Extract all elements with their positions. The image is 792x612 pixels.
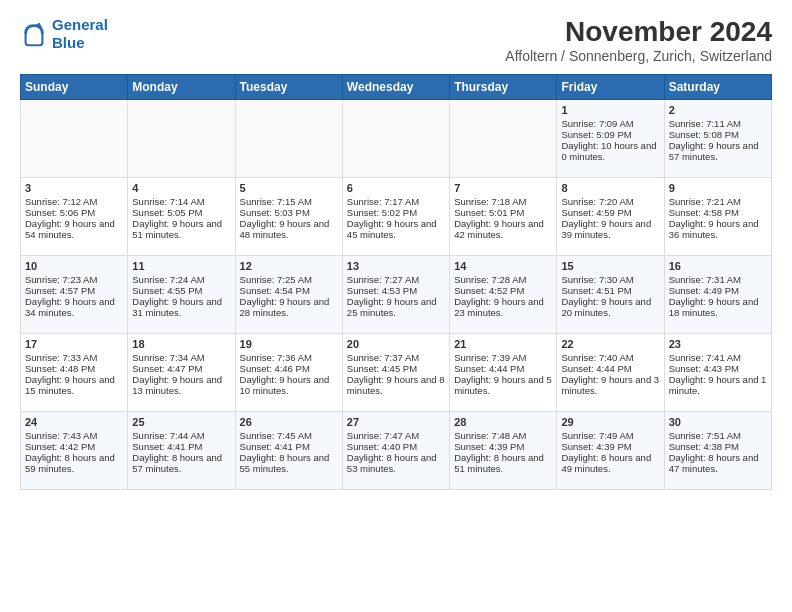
day-info-line: Sunrise: 7:21 AM (669, 196, 767, 207)
day-info-line: Daylight: 8 hours and 47 minutes. (669, 452, 767, 474)
day-info-line: Daylight: 9 hours and 8 minutes. (347, 374, 445, 396)
day-info-line: Daylight: 9 hours and 34 minutes. (25, 296, 123, 318)
day-info-line: Daylight: 9 hours and 18 minutes. (669, 296, 767, 318)
day-info-line: Sunset: 4:46 PM (240, 363, 338, 374)
day-info-line: Sunset: 4:41 PM (132, 441, 230, 452)
logo-line1: General (52, 16, 108, 33)
day-info-line: Daylight: 9 hours and 10 minutes. (240, 374, 338, 396)
day-info-line: Daylight: 9 hours and 15 minutes. (25, 374, 123, 396)
day-info-line: Daylight: 9 hours and 31 minutes. (132, 296, 230, 318)
day-info-line: Sunrise: 7:12 AM (25, 196, 123, 207)
day-info-line: Sunrise: 7:27 AM (347, 274, 445, 285)
day-info-line: Daylight: 9 hours and 36 minutes. (669, 218, 767, 240)
day-number: 13 (347, 260, 445, 272)
logo-icon (20, 20, 48, 48)
calendar-body: 1Sunrise: 7:09 AMSunset: 5:09 PMDaylight… (21, 100, 772, 490)
day-info-line: Sunrise: 7:39 AM (454, 352, 552, 363)
calendar-day-cell (235, 100, 342, 178)
title-block: November 2024 Affoltern / Sonnenberg, Zu… (505, 16, 772, 64)
day-info-line: Sunset: 4:44 PM (561, 363, 659, 374)
day-info-line: Daylight: 8 hours and 53 minutes. (347, 452, 445, 474)
logo: General Blue (20, 16, 108, 52)
day-info-line: Sunset: 5:09 PM (561, 129, 659, 140)
day-info-line: Daylight: 8 hours and 51 minutes. (454, 452, 552, 474)
day-info-line: Sunrise: 7:41 AM (669, 352, 767, 363)
day-info-line: Sunset: 4:41 PM (240, 441, 338, 452)
day-info-line: Daylight: 8 hours and 59 minutes. (25, 452, 123, 474)
day-info-line: Sunset: 4:54 PM (240, 285, 338, 296)
day-number: 30 (669, 416, 767, 428)
day-info-line: Sunrise: 7:34 AM (132, 352, 230, 363)
day-info-line: Sunset: 5:01 PM (454, 207, 552, 218)
calendar-day-cell: 1Sunrise: 7:09 AMSunset: 5:09 PMDaylight… (557, 100, 664, 178)
day-number: 18 (132, 338, 230, 350)
day-info-line: Daylight: 9 hours and 20 minutes. (561, 296, 659, 318)
calendar-day-cell: 5Sunrise: 7:15 AMSunset: 5:03 PMDaylight… (235, 178, 342, 256)
calendar-day-cell: 28Sunrise: 7:48 AMSunset: 4:39 PMDayligh… (450, 412, 557, 490)
day-number: 26 (240, 416, 338, 428)
day-info-line: Daylight: 8 hours and 57 minutes. (132, 452, 230, 474)
calendar-day-cell: 10Sunrise: 7:23 AMSunset: 4:57 PMDayligh… (21, 256, 128, 334)
day-info-line: Sunrise: 7:31 AM (669, 274, 767, 285)
day-info-line: Daylight: 9 hours and 3 minutes. (561, 374, 659, 396)
calendar-day-cell: 2Sunrise: 7:11 AMSunset: 5:08 PMDaylight… (664, 100, 771, 178)
calendar-day-cell: 30Sunrise: 7:51 AMSunset: 4:38 PMDayligh… (664, 412, 771, 490)
day-info-line: Sunset: 4:47 PM (132, 363, 230, 374)
calendar-day-cell: 11Sunrise: 7:24 AMSunset: 4:55 PMDayligh… (128, 256, 235, 334)
day-info-line: Daylight: 9 hours and 45 minutes. (347, 218, 445, 240)
calendar-day-cell: 24Sunrise: 7:43 AMSunset: 4:42 PMDayligh… (21, 412, 128, 490)
day-info-line: Sunset: 4:40 PM (347, 441, 445, 452)
calendar-day-cell: 18Sunrise: 7:34 AMSunset: 4:47 PMDayligh… (128, 334, 235, 412)
calendar-header-cell: Friday (557, 75, 664, 100)
calendar-day-cell: 14Sunrise: 7:28 AMSunset: 4:52 PMDayligh… (450, 256, 557, 334)
day-info-line: Daylight: 9 hours and 5 minutes. (454, 374, 552, 396)
calendar-table: SundayMondayTuesdayWednesdayThursdayFrid… (20, 74, 772, 490)
day-info-line: Daylight: 8 hours and 55 minutes. (240, 452, 338, 474)
day-number: 10 (25, 260, 123, 272)
day-info-line: Sunset: 5:03 PM (240, 207, 338, 218)
day-info-line: Sunrise: 7:44 AM (132, 430, 230, 441)
calendar-day-cell (128, 100, 235, 178)
day-number: 14 (454, 260, 552, 272)
logo-text: General Blue (52, 16, 108, 52)
day-number: 3 (25, 182, 123, 194)
day-info-line: Sunset: 5:05 PM (132, 207, 230, 218)
calendar-header-cell: Tuesday (235, 75, 342, 100)
day-info-line: Sunset: 4:45 PM (347, 363, 445, 374)
day-number: 11 (132, 260, 230, 272)
day-info-line: Sunset: 4:55 PM (132, 285, 230, 296)
main-title: November 2024 (505, 16, 772, 48)
day-info-line: Daylight: 8 hours and 49 minutes. (561, 452, 659, 474)
calendar-day-cell: 12Sunrise: 7:25 AMSunset: 4:54 PMDayligh… (235, 256, 342, 334)
day-info-line: Sunrise: 7:11 AM (669, 118, 767, 129)
calendar-day-cell: 22Sunrise: 7:40 AMSunset: 4:44 PMDayligh… (557, 334, 664, 412)
day-info-line: Sunrise: 7:17 AM (347, 196, 445, 207)
day-info-line: Sunrise: 7:30 AM (561, 274, 659, 285)
day-number: 4 (132, 182, 230, 194)
day-info-line: Sunset: 4:48 PM (25, 363, 123, 374)
calendar-day-cell: 27Sunrise: 7:47 AMSunset: 4:40 PMDayligh… (342, 412, 449, 490)
day-info-line: Sunset: 4:57 PM (25, 285, 123, 296)
day-number: 25 (132, 416, 230, 428)
calendar-header-cell: Wednesday (342, 75, 449, 100)
calendar-day-cell (342, 100, 449, 178)
day-info-line: Sunset: 4:49 PM (669, 285, 767, 296)
day-info-line: Sunrise: 7:28 AM (454, 274, 552, 285)
calendar-day-cell: 23Sunrise: 7:41 AMSunset: 4:43 PMDayligh… (664, 334, 771, 412)
day-info-line: Sunrise: 7:25 AM (240, 274, 338, 285)
day-info-line: Daylight: 9 hours and 25 minutes. (347, 296, 445, 318)
day-info-line: Sunrise: 7:47 AM (347, 430, 445, 441)
calendar-day-cell: 21Sunrise: 7:39 AMSunset: 4:44 PMDayligh… (450, 334, 557, 412)
calendar-header-cell: Monday (128, 75, 235, 100)
day-number: 28 (454, 416, 552, 428)
day-info-line: Daylight: 9 hours and 28 minutes. (240, 296, 338, 318)
day-info-line: Daylight: 9 hours and 39 minutes. (561, 218, 659, 240)
day-info-line: Daylight: 9 hours and 23 minutes. (454, 296, 552, 318)
calendar-header-cell: Saturday (664, 75, 771, 100)
day-info-line: Sunrise: 7:48 AM (454, 430, 552, 441)
calendar-day-cell: 8Sunrise: 7:20 AMSunset: 4:59 PMDaylight… (557, 178, 664, 256)
day-number: 17 (25, 338, 123, 350)
day-number: 21 (454, 338, 552, 350)
calendar-day-cell: 19Sunrise: 7:36 AMSunset: 4:46 PMDayligh… (235, 334, 342, 412)
day-number: 27 (347, 416, 445, 428)
